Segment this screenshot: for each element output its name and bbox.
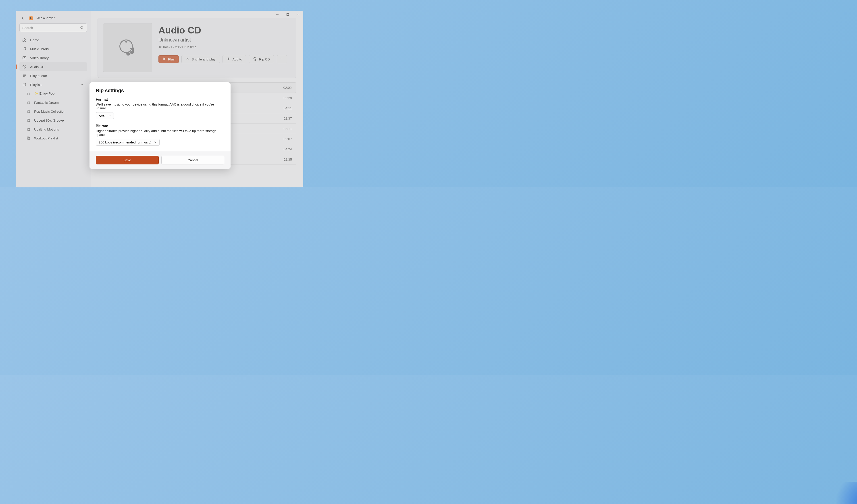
hero-card: Audio CD Unknown artist 10 tracks • 29:2… — [98, 18, 297, 78]
format-label: Format — [96, 98, 224, 101]
save-button[interactable]: Save — [96, 156, 159, 165]
playlist-label: ✨ Enjoy Pop — [34, 91, 55, 96]
back-button[interactable] — [20, 15, 26, 21]
nav-label: Home — [30, 38, 39, 42]
dialog-title: Rip settings — [96, 88, 224, 94]
home-icon — [22, 38, 27, 42]
chevron-up-icon — [80, 82, 84, 87]
format-select[interactable]: AAC — [96, 112, 114, 119]
chevron-down-icon — [154, 140, 157, 144]
hero-meta: 10 tracks • 29:21 run time — [158, 45, 291, 49]
track-duration: 02:35 — [283, 157, 292, 161]
format-desc: We'll save music to your device using th… — [96, 102, 224, 110]
playlists-icon — [22, 82, 27, 87]
music-icon — [22, 47, 27, 51]
playlist-label: Workout Playlist — [34, 136, 58, 140]
svg-point-33 — [283, 59, 283, 60]
svg-rect-24 — [27, 137, 29, 139]
btn-label: Rip CD — [259, 57, 270, 61]
nav-playlists[interactable]: Playlists — [19, 80, 87, 89]
playlist-item[interactable]: Uplifting Motions — [19, 125, 87, 134]
nav-label: Video library — [30, 56, 49, 60]
playlist-icon — [26, 118, 31, 122]
app-header: Media Player — [19, 14, 87, 23]
close-button[interactable] — [293, 11, 303, 18]
search-box[interactable] — [19, 23, 87, 32]
dialog-footer: Save Cancel — [89, 151, 231, 169]
svg-rect-25 — [28, 137, 30, 139]
nav-label: Playlists — [30, 83, 43, 87]
app-icon — [29, 16, 33, 20]
track-duration: 02:29 — [283, 96, 292, 100]
cancel-button[interactable]: Cancel — [161, 156, 224, 165]
add-to-button[interactable]: Add to — [222, 55, 246, 63]
more-icon — [280, 57, 284, 61]
svg-rect-17 — [28, 102, 30, 104]
track-duration: 02:02 — [283, 86, 292, 89]
nav-music-library[interactable]: Music library — [19, 45, 87, 53]
playlist-item[interactable]: Fantastic Dream — [19, 98, 87, 107]
svg-point-30 — [254, 57, 256, 60]
dialog-body: Rip settings Format We'll save music to … — [89, 82, 231, 151]
nav-home[interactable]: Home — [19, 35, 87, 45]
app-window: Media Player Home Music library Video li… — [16, 11, 303, 187]
playlist-icon — [26, 100, 31, 105]
svg-point-7 — [23, 65, 26, 68]
disc-music-icon — [118, 38, 138, 58]
playlist-icon — [26, 109, 31, 114]
svg-rect-15 — [28, 93, 30, 95]
rip-icon — [253, 57, 257, 61]
svg-rect-16 — [27, 101, 29, 103]
track-duration: 02:07 — [283, 137, 292, 141]
playlist-item[interactable]: Upbeat 80's Groove — [19, 116, 87, 125]
play-icon — [163, 57, 166, 61]
shuffle-icon — [186, 57, 189, 61]
nav-label: Play queue — [30, 74, 47, 78]
bitrate-label: Bit rate — [96, 124, 224, 128]
nav-video-library[interactable]: Video library — [19, 53, 87, 62]
maximize-button[interactable] — [283, 11, 293, 18]
svg-rect-19 — [28, 111, 30, 113]
hero-actions: Play Shuffle and play Add to Rip CD — [158, 55, 291, 63]
video-icon — [22, 55, 27, 60]
svg-line-5 — [83, 28, 83, 29]
playlist-item[interactable]: Pop Music Collection — [19, 107, 87, 116]
playlist-item[interactable]: ✨ Enjoy Pop — [19, 89, 87, 98]
playlist-label: Pop Music Collection — [34, 110, 65, 113]
btn-label: Add to — [233, 57, 242, 61]
playlist-item[interactable]: Workout Playlist — [19, 134, 87, 142]
queue-icon — [22, 73, 27, 78]
svg-rect-14 — [27, 92, 29, 94]
chevron-down-icon — [108, 114, 111, 118]
svg-rect-21 — [28, 120, 30, 122]
shuffle-button[interactable]: Shuffle and play — [182, 55, 220, 63]
track-duration: 02:37 — [283, 116, 292, 120]
nav-label: Music library — [30, 47, 49, 51]
bitrate-desc: Higher bitrates provide higher quality a… — [96, 129, 224, 136]
hero-artist: Unknown artist — [158, 37, 291, 43]
play-button[interactable]: Play — [158, 55, 179, 63]
search-input[interactable] — [22, 26, 80, 30]
select-value: AAC — [99, 114, 105, 118]
minimize-button[interactable] — [272, 11, 283, 18]
rip-settings-dialog: Rip settings Format We'll save music to … — [89, 82, 231, 169]
track-duration: 04:11 — [283, 106, 292, 110]
playlist-label: Upbeat 80's Groove — [34, 118, 64, 122]
svg-rect-20 — [27, 119, 29, 121]
more-button[interactable] — [277, 55, 287, 63]
svg-rect-12 — [23, 83, 26, 86]
playlist-icon — [26, 136, 31, 140]
svg-point-13 — [24, 84, 25, 85]
rip-cd-button[interactable]: Rip CD — [249, 55, 274, 63]
titlebar — [272, 11, 303, 18]
nav-play-queue[interactable]: Play queue — [19, 71, 87, 80]
album-art — [103, 23, 152, 72]
svg-rect-22 — [27, 128, 29, 130]
hero-info: Audio CD Unknown artist 10 tracks • 29:2… — [158, 23, 291, 72]
playlist-label: Fantastic Dream — [34, 101, 59, 104]
bitrate-select[interactable]: 256 kbps (recommended for music) — [96, 139, 159, 146]
nav-audio-cd[interactable]: Audio CD — [19, 62, 87, 71]
sidebar: Media Player Home Music library Video li… — [16, 11, 91, 187]
select-value: 256 kbps (recommended for music) — [99, 140, 151, 144]
hero-title: Audio CD — [158, 25, 291, 36]
